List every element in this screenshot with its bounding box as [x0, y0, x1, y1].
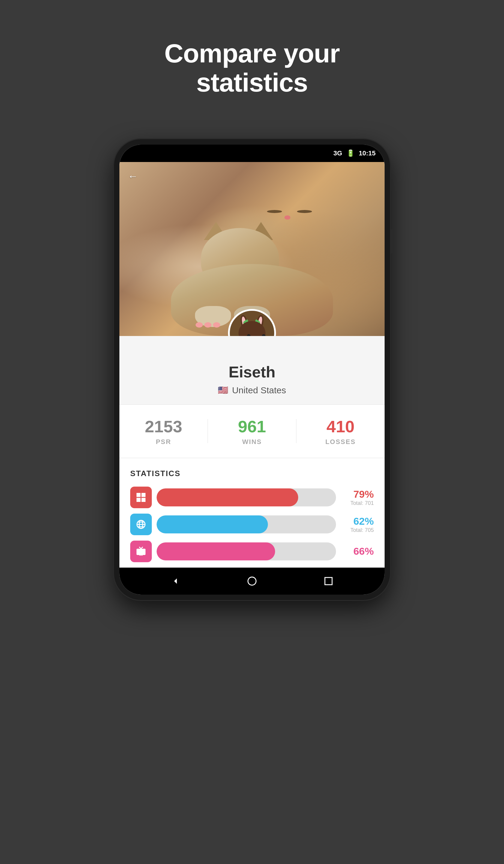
svg-point-12 — [248, 577, 256, 585]
bar-track-2 — [157, 515, 336, 533]
stat-bar-row-2: 62% Total: 705 — [130, 514, 374, 535]
nav-recents-icon — [323, 576, 334, 587]
nav-recents-button[interactable] — [320, 572, 337, 590]
hero-image: ← — [119, 162, 385, 336]
bar-percent-1: 79% — [341, 488, 374, 500]
stats-section: 2153 PSR 961 WINS 410 LOSSES — [119, 405, 385, 458]
svg-rect-9 — [136, 549, 145, 555]
cat-nose — [285, 215, 290, 219]
bottom-navigation — [119, 568, 385, 595]
statistics-title: STATISTICS — [130, 469, 374, 478]
svg-rect-13 — [325, 577, 332, 585]
paw-toe — [195, 322, 203, 328]
nav-back-icon — [170, 576, 181, 587]
avatar-container — [228, 309, 276, 336]
tv-icon-container — [130, 541, 152, 562]
rabbit-eye-left — [247, 334, 251, 336]
statistics-section: STATISTICS 79% Total: 701 — [119, 458, 385, 562]
nav-back-button[interactable] — [167, 572, 184, 590]
globe-icon — [136, 519, 146, 530]
profile-section: Eiseth 🇺🇸 United States — [119, 336, 385, 405]
phone-screen: 3G 🔋 10:15 — [119, 145, 385, 595]
flag-icon: 🇺🇸 — [218, 385, 228, 395]
bar-fill-1 — [157, 488, 298, 506]
losses-value: 410 — [296, 417, 385, 436]
losses-label: LOSSES — [296, 438, 385, 446]
status-bar: 3G 🔋 10:15 — [119, 145, 385, 162]
bar-percent-2: 62% — [341, 515, 374, 527]
psr-label: PSR — [119, 438, 208, 446]
bar-fill-3 — [157, 542, 275, 560]
bar-total-1: Total: 701 — [341, 500, 374, 506]
bar-pct-wrap-1: 79% Total: 701 — [341, 488, 374, 506]
bar-fill-2 — [157, 515, 268, 533]
svg-rect-0 — [136, 493, 141, 497]
country-display: 🇺🇸 United States — [119, 385, 385, 395]
tv-icon — [136, 546, 146, 557]
stat-wins: 961 WINS — [208, 417, 296, 446]
bar-percent-3: 66% — [341, 545, 374, 557]
rabbit-avatar — [234, 315, 270, 336]
battery-icon: 🔋 — [347, 149, 355, 157]
bar-track-1 — [157, 488, 336, 506]
paw-toe — [204, 322, 212, 328]
wins-value: 961 — [208, 417, 296, 436]
grid-icon — [136, 492, 146, 503]
svg-rect-2 — [136, 498, 141, 502]
grid-icon-container — [130, 487, 152, 508]
nav-home-button[interactable] — [243, 572, 261, 590]
phone-device: 3G 🔋 10:15 — [114, 139, 390, 600]
bar-total-2: Total: 705 — [341, 527, 374, 533]
network-indicator: 3G — [333, 149, 342, 157]
stat-bar-row-3: 66% — [130, 541, 374, 562]
wins-label: WINS — [208, 438, 296, 446]
rabbit-eye-right — [262, 334, 265, 336]
back-button[interactable]: ← — [128, 170, 138, 182]
avatar — [228, 309, 276, 336]
stat-psr: 2153 PSR — [119, 417, 208, 446]
bar-pct-wrap-3: 66% — [341, 545, 374, 557]
psr-value: 2153 — [119, 417, 208, 436]
svg-marker-11 — [174, 578, 177, 584]
nav-home-icon — [247, 576, 257, 587]
cat-eye-left — [267, 210, 282, 213]
svg-rect-1 — [142, 493, 146, 497]
paw-toe — [213, 322, 220, 328]
stat-bar-row-1: 79% Total: 701 — [130, 487, 374, 508]
globe-icon-container — [130, 514, 152, 535]
clock: 10:15 — [359, 149, 376, 157]
paw-toes-left — [195, 322, 220, 328]
svg-rect-3 — [142, 498, 146, 502]
stat-losses: 410 LOSSES — [296, 417, 385, 446]
cat-eye-right — [297, 210, 312, 213]
page-title: Compare your statistics — [165, 39, 340, 97]
country-name: United States — [232, 385, 286, 395]
bar-pct-wrap-2: 62% Total: 705 — [341, 515, 374, 533]
username: Eiseth — [119, 363, 385, 381]
bar-track-3 — [157, 542, 336, 560]
